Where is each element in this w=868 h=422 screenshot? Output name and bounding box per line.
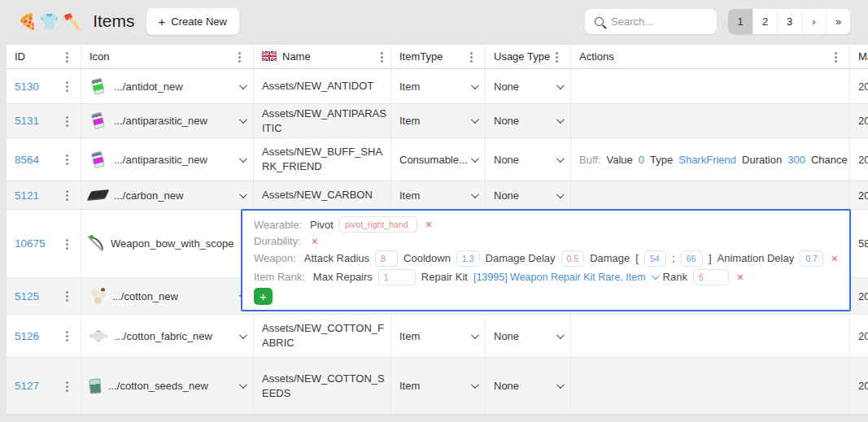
cooldown-input[interactable]: 1.3 [456,250,480,267]
item-name: Assets/NEW_ANTIDOT [262,79,373,94]
pivot-input[interactable]: pivot_right_hand [339,216,417,233]
chevron-down-icon[interactable] [652,272,660,280]
itemtype-dropdown[interactable]: Consumable... [391,138,486,181]
last-cell: 20 [850,104,868,137]
kebab-icon[interactable] [63,237,72,250]
item-id-link[interactable]: 5127 [15,380,39,392]
animation-delay-input[interactable]: 0.7 [800,250,823,267]
item-id-link[interactable]: 5121 [15,189,39,202]
usagetype-dropdown[interactable]: None [486,104,571,137]
remove-wearable-button[interactable]: × [425,219,432,230]
kebab-icon[interactable] [63,289,72,302]
kebab-icon[interactable] [831,50,841,63]
search-input[interactable] [611,15,707,28]
wearable-label: Wearable: [254,219,302,231]
chevron-down-icon[interactable] [239,381,247,389]
item-id-link[interactable]: 5126 [15,330,39,342]
usagetype-dropdown[interactable]: None [486,315,571,357]
chevron-down-icon [471,190,479,198]
topbar: 🍕 👕 🪓 Items + Create New 1 2 3 › » [0,0,868,42]
header-last: Ma [850,45,868,68]
kebab-icon[interactable] [63,380,72,393]
kebab-icon[interactable] [552,50,562,63]
damage-separator: ; [672,252,675,264]
damage-max-input[interactable]: 66 [681,250,703,267]
kebab-icon[interactable] [235,50,245,63]
remove-durability-button[interactable]: × [312,236,318,247]
next-page-button[interactable]: › [801,9,826,34]
actions-cell [571,315,850,357]
itemtype-dropdown[interactable]: Item [391,69,486,103]
repair-kit-link[interactable]: [13995] Weapon Repair Kit Rare, Item [473,272,646,283]
damage-min-input[interactable]: 54 [644,250,666,267]
header-name: Name [254,45,391,68]
itemtype-value: Item [399,115,420,127]
icon-path-label: Weapon_bow_with_scope [111,237,234,250]
page-button-3[interactable]: 3 [777,9,801,34]
itemtype-dropdown[interactable]: Item [391,358,486,414]
chevron-down-icon [471,81,479,89]
damage-delay-input[interactable]: 0.5 [561,250,585,267]
itemtype-dropdown[interactable]: Item [391,315,486,357]
search-icon [595,17,604,26]
item-vial-icon [91,150,105,168]
kebab-icon[interactable] [63,115,72,128]
icon-path-label: .../cotton_seeds_new [108,380,232,392]
kebab-icon[interactable] [467,50,477,63]
last-cell: 20 [850,138,868,181]
chevron-down-icon [471,331,479,339]
last-cell: 58 [850,210,868,277]
chevron-down-icon [471,154,479,163]
buff-value[interactable]: 0 [639,154,644,166]
search-box[interactable] [585,9,717,34]
item-id-link[interactable]: 8564 [15,154,39,166]
buff-key: Value [607,154,633,166]
page-button-2[interactable]: 2 [752,9,777,34]
last-cell: 20 [850,278,868,314]
chevron-down-icon[interactable] [239,331,247,339]
kebab-icon[interactable] [63,189,72,202]
kebab-icon[interactable] [377,50,387,63]
chevron-down-icon[interactable] [239,81,247,89]
kebab-icon[interactable] [63,50,72,63]
kebab-icon[interactable] [63,80,72,93]
usagetype-dropdown[interactable]: None [486,358,571,414]
last-page-button[interactable]: » [826,9,850,34]
header-name-label: Name [282,50,311,64]
chevron-down-icon[interactable] [239,190,247,198]
max-repairs-input[interactable]: 1 [378,269,416,285]
itemtype-dropdown[interactable]: Item [391,181,486,209]
item-vial-icon [91,77,105,95]
usagetype-value: None [494,115,519,127]
item-id-link[interactable]: 10675 [15,237,46,250]
pagination: 1 2 3 › » [728,9,850,34]
create-new-button[interactable]: + Create New [146,8,239,35]
kebab-icon[interactable] [63,329,72,342]
buff-value[interactable]: SharkFriend [678,154,736,166]
item-id-link[interactable]: 5125 [15,290,39,302]
header-itemtype-label: ItemType [399,50,443,63]
chevron-down-icon [556,190,565,198]
wearable-row: Wearable: Pivot pivot_right_hand × [254,216,838,233]
remove-weapon-button[interactable]: × [831,253,838,264]
usagetype-dropdown[interactable]: None [486,181,571,209]
usagetype-dropdown[interactable]: None [486,69,571,103]
usagetype-value: None [494,330,519,342]
item-id-link[interactable]: 5130 [15,80,39,93]
chevron-down-icon[interactable] [239,154,247,163]
add-property-button[interactable]: + [254,288,273,305]
buff-value[interactable]: 300 [787,154,805,166]
usagetype-dropdown[interactable]: None [486,138,571,181]
itemtype-value: Item [399,189,420,202]
page-button-1[interactable]: 1 [728,9,752,34]
kebab-icon[interactable] [63,153,72,166]
item-id-link[interactable]: 5131 [15,115,39,127]
actions-cell [571,69,850,103]
remove-item-rank-button[interactable]: × [737,272,744,283]
chevron-down-icon[interactable] [239,115,247,124]
attack-radius-input[interactable]: 8 [375,250,398,267]
itemtype-dropdown[interactable]: Item [391,104,486,137]
rank-input[interactable]: 5 [693,269,729,285]
itemtype-value: Item [399,80,420,93]
table-row: 5126 .../cotton_fabric_new Assets/NEW_CO… [7,315,868,358]
